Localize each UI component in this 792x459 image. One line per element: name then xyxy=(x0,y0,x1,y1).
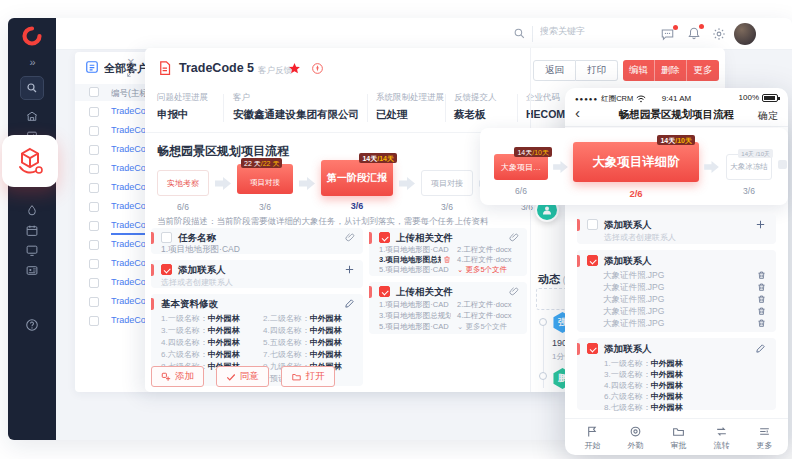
field-location-icon xyxy=(629,425,642,438)
toolbar-transfer[interactable]: 流转 xyxy=(700,425,743,451)
row-checkbox[interactable] xyxy=(89,164,99,174)
toolbar-more[interactable]: 更多 xyxy=(743,425,786,451)
row-checkbox[interactable] xyxy=(89,145,99,155)
more-button[interactable]: 更多 xyxy=(687,60,719,81)
messages-badge-dot xyxy=(673,25,678,30)
toolbar-approve[interactable]: 审批 xyxy=(657,425,700,451)
confirm-button[interactable]: 确定 xyxy=(758,109,778,123)
row-checkbox[interactable] xyxy=(89,240,99,250)
flow-step-current[interactable]: 第一阶段汇报 14天/14天 3/6 xyxy=(321,160,393,196)
row-checkbox[interactable] xyxy=(89,259,99,269)
timeline-node xyxy=(539,318,547,326)
id-card-icon[interactable] xyxy=(26,264,39,277)
upload-checkbox[interactable] xyxy=(379,232,390,243)
toolbar-divider xyxy=(565,418,788,419)
trash-icon[interactable] xyxy=(757,270,766,280)
flow-arrow-icon xyxy=(215,177,231,190)
phone-add-contact-card: 添加联系人 选择或者创建联系人 xyxy=(577,214,776,244)
contact-checkbox[interactable] xyxy=(587,255,598,266)
detail-footer-actions: 添加 同意 打开 xyxy=(151,366,344,387)
row-checkbox[interactable] xyxy=(89,202,99,212)
search-icon[interactable] xyxy=(20,76,44,100)
row-checkbox[interactable] xyxy=(89,278,99,288)
info-row: 6.六级名称：中外园林 xyxy=(161,348,240,360)
row-checkbox[interactable] xyxy=(89,221,99,231)
flow-step-future[interactable]: 项目对接 3/6 xyxy=(421,170,473,196)
more-files-link[interactable]: ⌄ 更多5个文件 xyxy=(457,322,507,332)
contact-checkbox[interactable] xyxy=(161,264,172,275)
customers-icon[interactable] xyxy=(26,110,39,123)
collapse-sidebar-icon[interactable]: » xyxy=(29,56,34,68)
close-icon[interactable]: × xyxy=(127,54,135,69)
flow-step-done[interactable]: 实地考察 6/6 xyxy=(157,170,209,196)
open-button[interactable]: 打开 xyxy=(281,366,335,387)
timeline-node xyxy=(539,372,547,380)
seal-badge-icon[interactable] xyxy=(311,62,324,75)
upload-files-card: 上传相关文件 1.项目地地形图·CAD 2.工程文件·docx 3.项目地地形图… xyxy=(369,228,527,276)
workspace-icon[interactable] xyxy=(26,244,39,257)
row-checkbox[interactable] xyxy=(89,107,99,117)
row-checkbox[interactable] xyxy=(89,126,99,136)
pencil-icon[interactable] xyxy=(344,298,355,309)
info-row: 1.一级名称：中外园林 xyxy=(161,312,240,324)
expand-icon[interactable] xyxy=(126,68,136,78)
toolbar-start[interactable]: 开始 xyxy=(571,425,614,451)
nav-divider xyxy=(565,126,788,127)
transfer-icon xyxy=(715,425,728,438)
row-checkbox[interactable] xyxy=(89,297,99,307)
more-files-link[interactable]: ⌄ 更多5个文件 xyxy=(457,265,507,275)
pencil-icon[interactable] xyxy=(755,343,766,354)
trash-icon[interactable] xyxy=(443,255,451,264)
list-panel-icon xyxy=(85,60,99,74)
meta-field: 问题处理进展申报中 xyxy=(157,92,208,122)
edit-button[interactable]: 编辑 xyxy=(623,60,655,81)
calendar-icon[interactable] xyxy=(26,224,39,237)
pflow-step-future[interactable]: 大象冰冻结 14天 /10天 3/6 xyxy=(726,154,772,180)
trash-icon[interactable] xyxy=(757,306,766,316)
trash-icon[interactable] xyxy=(757,318,766,328)
settings-gear-icon[interactable] xyxy=(712,27,726,41)
row-checkbox[interactable] xyxy=(89,183,99,193)
print-button[interactable]: 打印 xyxy=(576,60,618,81)
delete-button[interactable]: 删除 xyxy=(655,60,687,81)
contact-checkbox[interactable] xyxy=(587,219,598,230)
row-checkbox[interactable] xyxy=(89,316,99,326)
brand-cube-card xyxy=(2,135,58,187)
avatar[interactable] xyxy=(734,23,756,45)
toolbar-field[interactable]: 外勤 xyxy=(614,425,657,451)
panel-divider xyxy=(530,48,531,392)
paperclip-icon[interactable] xyxy=(345,232,355,243)
back-button[interactable]: 返回 xyxy=(533,60,576,81)
app-logo xyxy=(22,26,42,46)
start-flag-icon xyxy=(586,425,599,438)
select-all-checkbox[interactable] xyxy=(89,87,99,97)
help-icon[interactable] xyxy=(25,318,39,332)
trash-icon[interactable] xyxy=(757,294,766,304)
trash-icon[interactable] xyxy=(757,282,766,292)
global-search-icon[interactable] xyxy=(513,27,526,40)
contact-checkbox[interactable] xyxy=(587,343,598,354)
upload-checkbox[interactable] xyxy=(379,286,390,297)
favorite-star-icon[interactable] xyxy=(288,62,301,75)
flow-step[interactable]: 项目对接 22 天/22 天 3/6 xyxy=(237,164,293,194)
info-row: 7.七级名称：中外园林 xyxy=(263,348,342,360)
record-title: TradeCode 5 xyxy=(179,61,254,75)
leads-icon[interactable] xyxy=(26,204,39,217)
flow-arrow-icon xyxy=(553,161,568,173)
paperclip-icon[interactable] xyxy=(509,286,519,297)
add-button[interactable]: 添加 xyxy=(151,366,204,387)
search-input[interactable] xyxy=(540,26,630,36)
topbar-divider xyxy=(532,26,533,42)
paperclip-icon[interactable] xyxy=(509,232,519,243)
plus-icon[interactable] xyxy=(755,219,766,230)
meta-field: 客户安徽鑫通建设集团有限公司 xyxy=(233,92,359,122)
info-row: 3.一级名称：中外园林 xyxy=(161,324,240,336)
phone-info-card: 添加联系人 1.一级名称：中外园林 3.一级名称：中外园林 4.四级名称：中外园… xyxy=(577,338,776,410)
plus-icon[interactable] xyxy=(344,264,355,275)
task-checkbox[interactable] xyxy=(161,232,172,243)
agree-button[interactable]: 同意 xyxy=(216,366,269,387)
pflow-step-current[interactable]: 大象项目详细阶 14天/10天 2/6 xyxy=(573,142,699,182)
pflow-step-done[interactable]: 大象项目… 14天/10天 6/6 xyxy=(494,154,548,180)
info-row: 5.五级名称：中外园林 xyxy=(263,336,342,348)
flow-arrow-icon xyxy=(399,177,415,190)
